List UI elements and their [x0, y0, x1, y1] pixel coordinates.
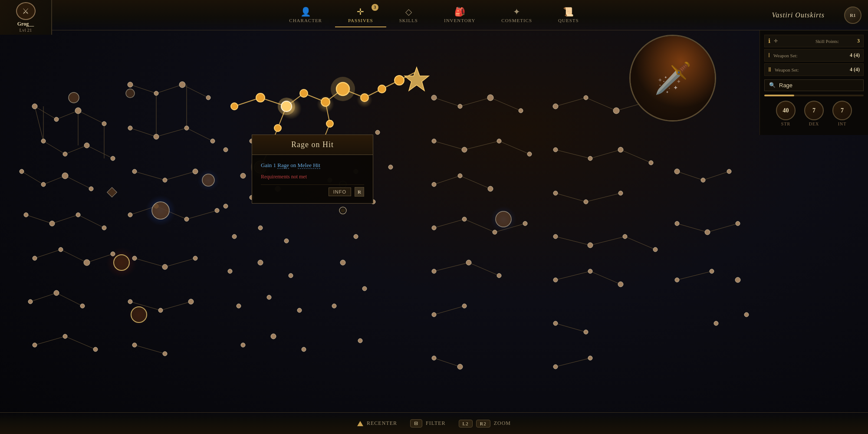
svg-point-198: [354, 234, 358, 239]
svg-point-249: [674, 169, 680, 174]
filter-label: Filter: [426, 420, 446, 427]
svg-line-10: [26, 215, 52, 224]
r1-button[interactable]: R1: [844, 7, 861, 24]
filter-button[interactable]: ⊟ Filter: [410, 419, 446, 427]
int-label: INT: [838, 122, 847, 126]
svg-point-256: [710, 269, 714, 273]
bottom-bar: Recenter ⊟ Filter L2 R2 Zoom: [0, 412, 868, 434]
svg-point-143: [215, 208, 219, 213]
tab-cosmetics[interactable]: ✦ Cosmetics: [488, 3, 545, 27]
svg-point-115: [33, 256, 37, 260]
svg-line-81: [677, 171, 703, 180]
svg-point-254: [736, 221, 740, 226]
svg-point-167: [274, 125, 281, 132]
svg-point-145: [162, 264, 168, 270]
svg-line-70: [590, 150, 621, 158]
svg-point-189: [241, 343, 245, 347]
zoom-key-r: R2: [476, 420, 490, 427]
recenter-button[interactable]: Recenter: [357, 420, 397, 427]
svg-point-203: [431, 95, 437, 100]
svg-line-26: [135, 171, 165, 180]
weapon-set-1-icon: Ⅰ: [768, 52, 770, 59]
svg-line-7: [22, 171, 43, 184]
svg-line-58: [434, 219, 464, 228]
tooltip-footer: INFO R: [261, 184, 364, 197]
svg-line-83: [677, 224, 707, 232]
svg-point-251: [727, 169, 731, 174]
svg-point-177: [224, 204, 228, 208]
info-button[interactable]: INFO: [329, 187, 351, 196]
svg-point-134: [154, 134, 159, 139]
svg-point-123: [63, 334, 67, 339]
svg-point-156: [256, 93, 265, 102]
search-input[interactable]: [779, 82, 859, 89]
svg-line-74: [556, 237, 590, 245]
svg-point-252: [675, 221, 679, 226]
svg-point-174: [224, 148, 228, 152]
svg-point-113: [76, 213, 80, 217]
tooltip-requirement: Requirements not met: [261, 174, 364, 180]
svg-point-118: [111, 252, 115, 256]
tab-passives[interactable]: 3 ✛ Passives: [335, 3, 386, 27]
quests-tab-label: Quests: [558, 18, 579, 23]
svg-line-5: [65, 145, 87, 154]
svg-line-59: [464, 219, 495, 232]
svg-point-225: [496, 211, 511, 227]
svg-point-162: [331, 77, 355, 101]
svg-point-154: [131, 307, 147, 322]
svg-point-130: [154, 91, 158, 95]
svg-point-263: [341, 208, 345, 213]
svg-point-232: [588, 156, 592, 161]
svg-point-257: [735, 277, 740, 283]
passives-tab-icon: ✛: [357, 7, 364, 17]
svg-point-107: [20, 169, 24, 174]
tab-character[interactable]: 👤 Character: [276, 3, 335, 27]
svg-line-51: [460, 98, 490, 106]
navigation-tabs: 👤 Character 3 ✛ Passives ◇ Skills 🎒 Inve…: [30, 3, 838, 27]
svg-point-158: [278, 98, 295, 115]
svg-point-127: [114, 255, 129, 270]
svg-line-22: [182, 85, 208, 98]
svg-point-106: [111, 156, 115, 161]
svg-point-99: [32, 104, 37, 109]
int-stat: 7 INT: [832, 101, 852, 126]
svg-point-139: [193, 169, 198, 174]
svg-point-129: [128, 82, 133, 87]
skill-points-row: ℹ ✛ Skill Points: 3: [764, 35, 864, 47]
triangle-icon: [357, 421, 363, 426]
tab-skills[interactable]: ◇ Skills: [386, 3, 431, 27]
svg-line-4: [43, 141, 65, 154]
svg-line-54: [464, 141, 499, 150]
character-portrait-circle: 🗡️: [629, 35, 716, 122]
tab-quests[interactable]: 📜 Quests: [545, 3, 592, 27]
svg-point-241: [653, 247, 658, 252]
svg-point-191: [302, 347, 306, 352]
svg-point-236: [584, 200, 588, 204]
svg-point-151: [163, 352, 167, 356]
zoom-button[interactable]: L2 R2 Zoom: [459, 420, 511, 427]
svg-line-3: [35, 106, 43, 141]
svg-line-56: [434, 176, 460, 184]
search-bar[interactable]: 🔍: [764, 79, 864, 91]
svg-line-0: [35, 106, 56, 119]
svg-point-119: [28, 299, 33, 304]
svg-line-50: [434, 98, 460, 106]
svg-point-224: [457, 364, 463, 369]
svg-point-202: [358, 339, 362, 343]
svg-point-126: [126, 89, 135, 98]
tab-inventory[interactable]: 🎒 Inventory: [431, 3, 488, 27]
node-tooltip: Rage on Hit Gain 1 Rage on Melee Hit Req…: [252, 135, 373, 204]
portrait-frame: ⚔: [16, 2, 36, 20]
svg-point-220: [497, 273, 501, 278]
character-tab-icon: 👤: [300, 7, 311, 17]
svg-point-132: [206, 95, 210, 100]
svg-line-13: [35, 250, 61, 258]
svg-point-121: [80, 304, 85, 308]
svg-point-186: [237, 304, 241, 308]
str-label: STR: [781, 122, 790, 126]
svg-point-255: [675, 278, 679, 282]
inventory-tab-icon: 🎒: [454, 7, 465, 17]
svg-rect-128: [107, 187, 117, 197]
svg-point-150: [132, 343, 137, 347]
search-icon: 🔍: [769, 82, 776, 89]
